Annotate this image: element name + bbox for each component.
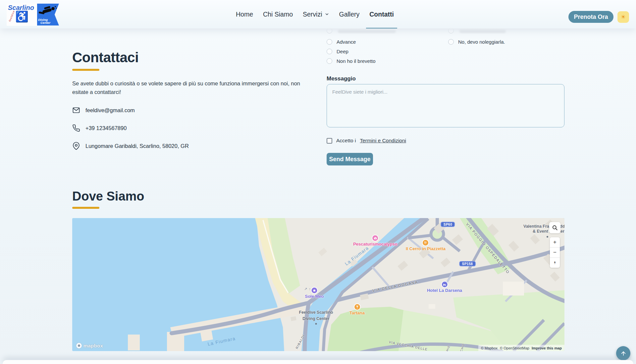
contact-phone: +39 1234567890 [85, 125, 127, 131]
theme-toggle-button[interactable]: ☀ [617, 11, 629, 23]
prenota-ora-button[interactable]: Prenota Ora [568, 11, 613, 23]
title-accent-bar [72, 69, 99, 71]
radio-icon [327, 49, 332, 54]
nav-item-label: Home [236, 11, 253, 18]
poi-label: Feeldive Scarlino [299, 310, 333, 315]
poi-valentina-line1b: dd [560, 224, 564, 229]
camera-icon [373, 235, 378, 241]
cocktail-icon [354, 304, 360, 310]
poi-label: Tartana [349, 311, 365, 316]
contact-email: feeldive@gmail.com [85, 107, 135, 114]
map-zoom-controls: + − ▲ ▼ [550, 237, 560, 268]
page-title: Contattaci [72, 50, 307, 66]
compass-south-icon: ▼ [554, 263, 556, 264]
contact-list: feeldive@gmail.com +39 1234567890 Lungom… [72, 106, 307, 150]
nav-item-label: Servizi [303, 11, 322, 18]
contact-address-row[interactable]: Lungomare Garibaldi, Scarlino, 58020, GR [72, 142, 307, 150]
poi-sole-meo: Sole Meo [305, 288, 324, 299]
page: Scarlino feeldive ♿ Diving Center [0, 0, 636, 364]
zoom-out-button[interactable]: − [550, 248, 560, 257]
mapbox-logo-text: mapbox [83, 343, 103, 348]
poi-pescaturismo: Pescaturismocalypso [353, 235, 398, 247]
nav-item-label: Gallery [339, 11, 360, 18]
nav-item-gallery[interactable]: Gallery [339, 0, 360, 28]
poi-valentina-line1: Valentina Fran [523, 224, 552, 229]
poi-label: Il Cerro in Piazzetta [406, 247, 446, 251]
map-search-button[interactable] [549, 222, 560, 233]
footer-edge [3, 360, 633, 364]
zoom-in-button[interactable]: + [550, 237, 560, 247]
where-section: Dove Siamo [72, 189, 144, 209]
poi-hotel-darsena: Hotel La Darsena [427, 282, 462, 293]
radio-label: No, devo noleggiarla. [458, 39, 505, 45]
poi-label: Sole Meo [305, 294, 324, 299]
mapbox-logo[interactable]: mapbox [76, 343, 103, 348]
bed-icon [442, 282, 447, 287]
wheelchair-diver-icon: ♿ [15, 11, 28, 22]
contact-intro: Se avete dubbi o curiosità o se volete s… [72, 79, 304, 96]
poi-feeldive: Feeldive Scarlino Diving Center [299, 310, 333, 325]
poi-dot-marker [547, 236, 548, 238]
map-pin-icon [72, 142, 80, 150]
title-accent-bar [72, 207, 99, 209]
radio-icon [448, 39, 454, 45]
diver-icon [38, 6, 58, 15]
radio-option-noleggio[interactable]: No, devo noleggiarla. [448, 39, 505, 45]
contact-email-row[interactable]: feeldive@gmail.com [72, 106, 307, 114]
road-badge-sp60: SP60 [441, 222, 454, 227]
phone-icon [72, 124, 80, 132]
nav-item-chi-siamo[interactable]: Chi Siamo [263, 0, 293, 28]
terms-row: Accetto i Termini e Condizioni [327, 138, 406, 144]
map-container: La Fiumara La Fiumara VIA DELLA DOGANA V… [72, 218, 564, 351]
logo-left: Scarlino feeldive ♿ [7, 3, 37, 26]
radio-label: Advance [337, 39, 356, 45]
poi-label: Diving Center [302, 316, 329, 322]
contact-phone-row[interactable]: +39 1234567890 [72, 124, 307, 132]
terms-checkbox[interactable] [327, 138, 332, 144]
message-textarea[interactable] [327, 84, 564, 127]
scroll-to-top-button[interactable] [616, 346, 630, 360]
radio-option-no-brevetto[interactable]: Non ho il brevetto [327, 58, 376, 64]
poi-label: Pescaturismocalypso [353, 242, 398, 247]
poi-tartana: Tartana [349, 304, 365, 316]
radio-label: Non ho il brevetto [337, 58, 376, 64]
mapbox-attribution-link[interactable]: © Mapbox [481, 346, 498, 350]
logo-flag: Diving Center [37, 4, 59, 25]
map-attribution: © Mapbox © OpenStreetMap Improve this ma… [478, 345, 564, 351]
nav-item-label: Chi Siamo [263, 11, 293, 18]
message-label: Messaggio [327, 75, 356, 82]
contact-section: Contattaci Se avete dubbi o curiosità o … [72, 50, 307, 150]
improve-map-link[interactable]: Improve this map [532, 346, 562, 350]
terms-prefix: Accetto i [336, 138, 356, 144]
radio-label: Deep [337, 49, 348, 54]
navbar-blur-edge [0, 28, 636, 36]
osm-attribution-link[interactable]: © OpenStreetMap [500, 346, 529, 350]
nav-item-home[interactable]: Home [236, 0, 253, 28]
nav-items: Home Chi Siamo Servizi Gallery Contatti [236, 0, 394, 28]
compass-button[interactable]: ▲ ▼ [550, 258, 560, 268]
terms-link[interactable]: Termini e Condizioni [360, 138, 406, 144]
nav-item-contatti[interactable]: Contatti [369, 0, 394, 28]
poi-cerro: Il Cerro in Piazzetta [406, 240, 446, 251]
map-canvas[interactable] [72, 218, 564, 351]
restaurant-icon [423, 240, 428, 246]
road-badge-sp158: SP158 [460, 262, 475, 266]
logo-center-text: Center [40, 21, 50, 24]
contact-address: Lungomare Garibaldi, Scarlino, 58020, GR [85, 143, 189, 149]
poi-label: Hotel La Darsena [427, 288, 462, 293]
where-title: Dove Siamo [72, 189, 144, 204]
radio-option-deep[interactable]: Deep [327, 49, 348, 54]
radio-option-advance[interactable]: Advance [327, 39, 356, 45]
poi-dot-marker [315, 323, 317, 325]
mapbox-logo-icon [76, 343, 82, 348]
mail-icon [72, 106, 80, 114]
search-icon [552, 225, 558, 231]
navbar: Scarlino feeldive ♿ Diving Center [0, 0, 636, 28]
logo-feeldive-text: feeldive [8, 10, 16, 22]
logo[interactable]: Scarlino feeldive ♿ Diving Center [7, 3, 60, 26]
radio-icon [327, 39, 332, 45]
nav-item-label: Contatti [369, 11, 394, 18]
send-message-button[interactable]: Send Message [327, 153, 373, 165]
nav-item-servizi[interactable]: Servizi [303, 0, 329, 28]
radio-icon [327, 58, 332, 64]
